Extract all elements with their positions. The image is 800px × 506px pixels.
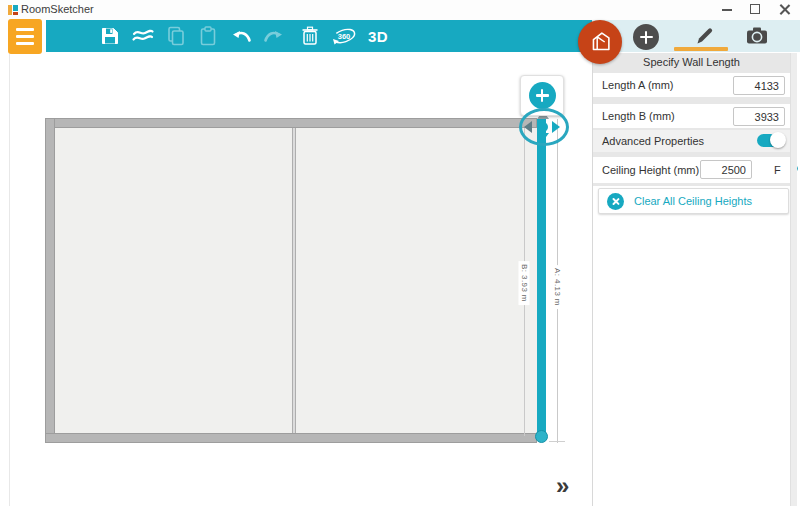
length-b-input[interactable] xyxy=(733,107,785,126)
length-b-label: Length B (mm) xyxy=(602,110,675,122)
copy-icon xyxy=(166,26,186,46)
ceiling-height-row: Ceiling Height (mm) xyxy=(593,157,790,183)
redo-icon xyxy=(263,28,285,44)
wall-selected[interactable] xyxy=(537,119,546,438)
annotation-ellipse-wall-handle xyxy=(519,108,569,146)
toolbar: 360 3D xyxy=(46,20,592,52)
paste-button[interactable] xyxy=(199,26,217,46)
dimension-tick xyxy=(549,441,565,442)
dimension-label-a[interactable]: A: 4.13 m xyxy=(552,265,563,309)
undo-icon xyxy=(230,28,252,44)
view-360-icon: 360 xyxy=(330,26,358,46)
wall-divider[interactable] xyxy=(292,128,296,433)
paste-icon xyxy=(199,26,217,46)
wall-top[interactable] xyxy=(45,118,537,128)
view-3d-button[interactable]: 3D xyxy=(368,26,388,46)
floor-area[interactable] xyxy=(55,128,537,433)
tab-add[interactable] xyxy=(633,24,659,50)
maximize-icon[interactable] xyxy=(750,4,760,14)
roomsketcher-window: RoomSketcher xyxy=(0,0,800,506)
save-button[interactable] xyxy=(100,26,120,46)
toggle-knob[interactable] xyxy=(770,132,786,148)
close-icon[interactable] xyxy=(779,3,791,15)
clear-ceiling-heights-label: Clear All Ceiling Heights xyxy=(634,195,752,207)
undo-button[interactable] xyxy=(230,26,252,46)
window-title: RoomSketcher xyxy=(21,3,94,15)
panel-scrollbar[interactable] xyxy=(790,53,797,506)
draw-walls-button[interactable] xyxy=(131,26,155,46)
redo-button[interactable] xyxy=(263,26,285,46)
ceiling-height-suffix: F xyxy=(774,164,781,176)
minimize-icon[interactable] xyxy=(722,9,732,11)
clear-ceiling-heights-button[interactable]: Clear All Ceiling Heights xyxy=(598,188,789,214)
view-360-button[interactable]: 360 xyxy=(330,26,358,46)
length-a-input[interactable] xyxy=(733,76,785,95)
trash-icon xyxy=(301,26,319,46)
plus-icon xyxy=(529,82,556,109)
panel-header: Specify Wall Length xyxy=(593,53,790,71)
dimension-label-b[interactable]: B: 3.93 m xyxy=(519,261,530,305)
roomsketcher-logo xyxy=(578,20,622,64)
save-icon xyxy=(100,26,120,46)
x-circle-icon xyxy=(607,193,624,210)
svg-text:360: 360 xyxy=(338,32,351,41)
advanced-properties-label: Advanced Properties xyxy=(602,135,704,147)
waves-icon xyxy=(131,27,155,45)
main-menu-button[interactable] xyxy=(8,19,42,54)
tab-edit[interactable] xyxy=(694,25,716,47)
length-a-label: Length A (mm) xyxy=(602,79,674,91)
delete-button[interactable] xyxy=(301,26,319,46)
active-tab-underline xyxy=(674,47,728,51)
menu-icon xyxy=(16,28,34,31)
expand-panel-chevron[interactable]: » xyxy=(556,472,569,500)
panel-title: Specify Wall Length xyxy=(643,56,740,68)
wall-left[interactable] xyxy=(45,118,55,443)
tab-camera[interactable] xyxy=(746,26,768,45)
ceiling-height-label: Ceiling Height (mm) xyxy=(602,164,699,176)
pencil-icon xyxy=(698,28,713,43)
wall-endpoint-handle[interactable] xyxy=(535,430,548,443)
ceiling-height-input[interactable] xyxy=(700,160,752,179)
wall-bottom[interactable] xyxy=(45,433,537,443)
house-icon xyxy=(586,28,614,56)
title-bar: RoomSketcher xyxy=(0,0,800,20)
app-icon xyxy=(7,4,19,16)
copy-button[interactable] xyxy=(166,26,186,46)
canvas-left-edge xyxy=(9,54,10,506)
